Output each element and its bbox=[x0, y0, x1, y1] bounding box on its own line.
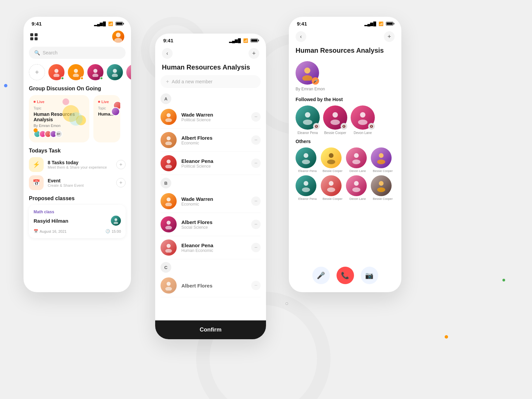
section-b-badge: B bbox=[161, 178, 171, 188]
svg-point-33 bbox=[303, 120, 312, 125]
svg-point-17 bbox=[165, 118, 172, 122]
back-button-mid[interactable]: ‹ bbox=[162, 48, 173, 59]
live-card-1[interactable]: Live Topic Human Resources Analysis By E… bbox=[29, 95, 89, 142]
story-5[interactable] bbox=[126, 64, 131, 80]
status-icons-mid: ▂▄▆█ 📶 bbox=[229, 38, 258, 43]
other-item-5[interactable]: Eleanor Pena bbox=[296, 175, 319, 201]
other-avatar-5 bbox=[296, 175, 316, 196]
nav-bar-mid: ‹ + bbox=[155, 45, 266, 62]
nav-bar-right: ‹ + bbox=[289, 28, 401, 45]
member-avatar-wade-b bbox=[161, 193, 177, 209]
member-sub-albert-a: Economic bbox=[181, 141, 247, 145]
svg-point-22 bbox=[167, 197, 171, 202]
svg-point-43 bbox=[352, 160, 360, 164]
screen-title-mid: Human Resources Analysis bbox=[155, 62, 266, 75]
add-member-bar[interactable]: + Add a new member bbox=[161, 75, 261, 88]
remove-btn-eleanor-a[interactable]: − bbox=[251, 159, 261, 168]
add-story-btn[interactable]: + bbox=[29, 64, 45, 80]
story-3[interactable] bbox=[87, 64, 103, 80]
member-info-eleanor-a: Eleanor Pena Political Science bbox=[181, 158, 247, 169]
remove-btn-wade-a[interactable]: − bbox=[251, 112, 261, 122]
mute-button[interactable]: 🎤 bbox=[312, 267, 330, 284]
followed-item-bessie[interactable]: 🔇 Bessie Cooper bbox=[323, 105, 347, 135]
live-card-2[interactable]: Live Topic Huma... bbox=[93, 95, 120, 142]
class-card-1[interactable]: Math class Rasyid Hilman 📅 August 16, 20… bbox=[29, 205, 126, 238]
end-call-button[interactable]: 📞 bbox=[337, 267, 354, 284]
other-avatar-2 bbox=[321, 147, 342, 168]
story-1[interactable] bbox=[48, 64, 64, 80]
svg-point-32 bbox=[305, 112, 310, 118]
other-name-7: Devon Lane bbox=[346, 197, 370, 201]
followed-avatar-wrap-eleanor: 🔇 bbox=[296, 105, 320, 130]
followed-name-eleanor: Eleanor Pena bbox=[296, 131, 320, 135]
task-section-title: Todays Task bbox=[24, 142, 131, 157]
member-albert-flores-b[interactable]: Albert Flores Social Science − bbox=[161, 213, 261, 236]
other-item-8[interactable]: Bessie Cooper bbox=[371, 175, 395, 201]
svg-point-42 bbox=[354, 153, 359, 158]
member-list-b: Wade Warren Economic − Albert Flores Soc… bbox=[155, 190, 266, 259]
member-info-albert-c: Albert Flores bbox=[181, 283, 247, 289]
svg-point-52 bbox=[379, 181, 384, 186]
class-time: 🕒 15:00 bbox=[105, 229, 121, 233]
group-section-title: Group Discussion On Going bbox=[24, 80, 131, 95]
others-section: Others Eleanor Pena Bessie Cooper Devon … bbox=[289, 137, 401, 202]
member-list-a: Wade Warren Political Science − Albert F… bbox=[155, 105, 266, 175]
confirm-bar[interactable]: Confirm bbox=[155, 320, 266, 339]
member-info-wade-b: Wade Warren Economic bbox=[181, 196, 247, 207]
remove-btn-wade-b[interactable]: − bbox=[251, 196, 261, 206]
task-sub-1: Meet them & Share your experience bbox=[48, 165, 112, 169]
member-eleanor-b[interactable]: Eleanor Pena Human Economic − bbox=[161, 236, 261, 259]
other-item-1[interactable]: Eleanor Pena bbox=[296, 147, 319, 173]
live-cards-row: Live Topic Human Resources Analysis By E… bbox=[24, 95, 131, 142]
member-avatar-eleanor-a bbox=[161, 155, 177, 171]
grid-menu-icon[interactable] bbox=[30, 33, 38, 40]
member-name-eleanor-a: Eleanor Pena bbox=[181, 158, 247, 164]
remove-btn-albert-a[interactable]: − bbox=[251, 135, 261, 145]
class-label: Math class bbox=[34, 210, 121, 214]
status-bar-left: 9:41 ▂▄▆█ 📶 bbox=[24, 17, 131, 28]
task-item-2[interactable]: 📅 Event Create & Share Event + bbox=[29, 175, 126, 190]
plus-button-right[interactable]: + bbox=[384, 31, 395, 42]
story-4[interactable] bbox=[107, 64, 123, 80]
member-sub-wade-b: Economic bbox=[181, 202, 247, 207]
member-albert-flores-c[interactable]: Albert Flores − bbox=[161, 274, 261, 297]
task-sub-2: Create & Share Event bbox=[48, 183, 112, 187]
other-item-6[interactable]: Bessie Cooper bbox=[321, 175, 345, 201]
other-item-7[interactable]: Devon Lane bbox=[346, 175, 370, 201]
followed-item-devon[interactable]: 🔇 Devon Lane bbox=[351, 105, 375, 135]
task-items: ⚡ 8 Tasks today Meet them & Share your e… bbox=[24, 157, 131, 190]
signal-icon-mid: ▂▄▆█ bbox=[229, 38, 241, 43]
svg-point-23 bbox=[165, 203, 172, 206]
member-albert-flores-a[interactable]: Albert Flores Economic − bbox=[161, 129, 261, 152]
other-avatar-3 bbox=[346, 147, 367, 168]
remove-btn-albert-b[interactable]: − bbox=[251, 220, 261, 229]
host-avatar-wrap: 🎤 bbox=[296, 61, 319, 85]
other-item-2[interactable]: Bessie Cooper bbox=[321, 147, 345, 173]
other-item-3[interactable]: Devon Lane bbox=[346, 147, 370, 173]
other-name-3: Devon Lane bbox=[346, 169, 370, 173]
remove-btn-albert-c[interactable]: − bbox=[251, 281, 261, 290]
task-add-btn-2[interactable]: + bbox=[116, 178, 126, 187]
followed-item-eleanor[interactable]: 🔇 Eleanor Pena bbox=[296, 105, 320, 135]
other-avatar-6 bbox=[321, 175, 342, 196]
member-eleanor-a[interactable]: Eleanor Pena Political Science − bbox=[161, 152, 261, 175]
member-wade-warren-a[interactable]: Wade Warren Political Science − bbox=[161, 105, 261, 129]
signal-icon-right: ▂▄▆█ bbox=[364, 21, 376, 26]
task-add-btn-1[interactable]: + bbox=[116, 160, 126, 169]
remove-btn-eleanor-b[interactable]: − bbox=[251, 243, 261, 252]
member-name-albert-a: Albert Flores bbox=[181, 135, 247, 141]
member-wade-warren-b[interactable]: Wade Warren Economic − bbox=[161, 190, 261, 213]
story-2[interactable] bbox=[68, 64, 84, 80]
task-item-1[interactable]: ⚡ 8 Tasks today Meet them & Share your e… bbox=[29, 157, 126, 172]
other-item-4[interactable]: Bessie Cooper bbox=[371, 147, 395, 173]
other-name-4: Bessie Cooper bbox=[371, 169, 395, 173]
member-avatar-albert-b bbox=[161, 216, 177, 232]
video-button[interactable]: 📷 bbox=[361, 267, 378, 284]
back-button-right[interactable]: ‹ bbox=[296, 31, 306, 42]
user-avatar[interactable] bbox=[112, 31, 124, 43]
svg-point-21 bbox=[165, 165, 172, 168]
svg-point-34 bbox=[332, 112, 338, 118]
svg-point-40 bbox=[329, 153, 334, 158]
plus-button-mid[interactable]: + bbox=[249, 48, 259, 59]
search-bar[interactable]: 🔍 Search bbox=[29, 47, 126, 59]
